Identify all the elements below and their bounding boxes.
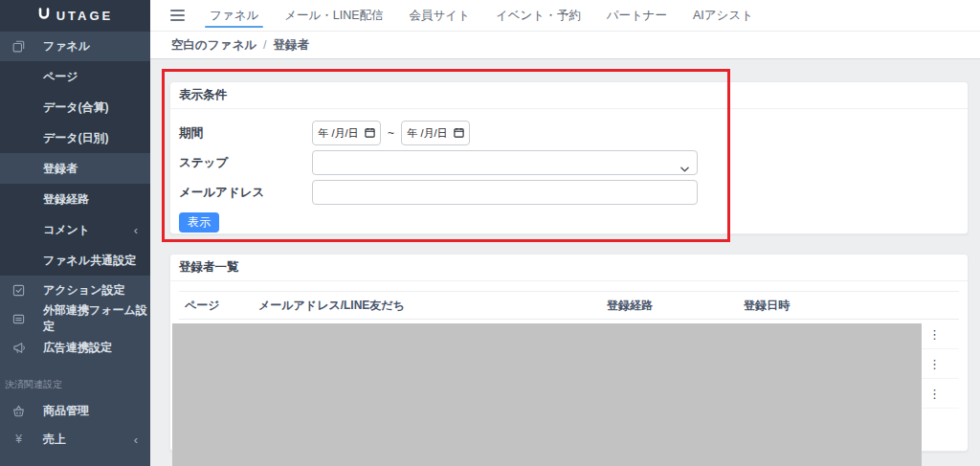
show-button[interactable]: 表示 — [179, 212, 219, 233]
tab-mail-line[interactable]: メール・LINE配信 — [284, 0, 383, 32]
sidebar-item-label: ページ — [43, 69, 78, 85]
sidebar-item-action-settings[interactable]: アクション設定 — [0, 276, 150, 304]
tab-event-booking[interactable]: イベント・予約 — [496, 0, 581, 32]
sidebar-item-sales[interactable]: ¥ 売上 ‹ — [0, 425, 150, 454]
calendar-icon[interactable] — [454, 127, 464, 140]
breadcrumb-parent[interactable]: 空白のファネル — [171, 37, 256, 54]
date-placeholder: 年 /月/日 — [318, 126, 358, 141]
sidebar-item-ad-integration-settings[interactable]: 広告連携設定 — [0, 333, 150, 362]
sidebar-item-label: データ(合算) — [43, 100, 109, 116]
table-header-row: ページ メールアドレス/LINE友だち 登録経路 登録日時 — [179, 291, 959, 320]
megaphone-icon — [11, 342, 27, 354]
email-label: メールアドレス — [179, 185, 312, 201]
tab-ai-assist[interactable]: AIアシスト — [693, 0, 753, 32]
top-tabs: ファネル メール・LINE配信 会員サイト イベント・予約 パートナー AIアシ… — [210, 0, 753, 32]
sidebar-item-label: 外部連携フォーム設定 — [43, 302, 150, 335]
basket-icon — [11, 405, 27, 417]
email-row: メールアドレス — [179, 180, 959, 205]
registrants-card-title: 登録者一覧 — [170, 255, 968, 281]
yen-icon: ¥ — [11, 433, 27, 446]
end-date-input[interactable]: 年 /月/日 — [401, 121, 470, 145]
pages-icon — [11, 40, 27, 53]
sidebar-item-label: ファネル — [43, 38, 90, 55]
utage-logo-icon — [37, 8, 51, 25]
breadcrumb-separator: / — [263, 38, 266, 52]
kebab-menu-icon[interactable]: ⋮ — [924, 386, 946, 402]
step-row: ステップ — [179, 150, 959, 175]
tab-partner[interactable]: パートナー — [607, 0, 667, 32]
chevron-left-icon: ‹ — [134, 223, 138, 237]
date-range-separator: ~ — [388, 126, 394, 140]
chevron-left-icon: ‹ — [134, 433, 138, 447]
column-header-page: ページ — [179, 298, 258, 314]
sidebar-item-label: 商品管理 — [43, 403, 89, 419]
sidebar-item-label: データ(日別) — [43, 130, 109, 146]
brand-name: UTAGE — [56, 9, 114, 23]
checkbox-icon — [11, 284, 27, 297]
breadcrumb-current: 登録者 — [273, 37, 309, 54]
brand-logo[interactable]: UTAGE — [0, 0, 150, 32]
sidebar-item-registration-route[interactable]: 登録経路 — [0, 184, 150, 214]
date-placeholder: 年 /月/日 — [407, 126, 447, 141]
sidebar-item-label: 広告連携設定 — [43, 340, 112, 356]
sidebar-item-label: 登録経路 — [43, 191, 89, 208]
period-label: 期間 — [179, 125, 312, 142]
column-header-registration-datetime: 登録日時 — [744, 298, 916, 314]
tab-funnel[interactable]: ファネル — [210, 0, 258, 32]
sidebar-item-label: ファネル共通設定 — [43, 253, 136, 269]
sidebar-item-external-form-settings[interactable]: 外部連携フォーム設定 — [0, 304, 150, 333]
form-icon — [11, 313, 27, 325]
chevron-down-icon — [680, 159, 689, 176]
sidebar-section-payment-settings: 決済関連設定 — [0, 362, 150, 396]
sidebar-item-label: 売上 — [43, 432, 66, 448]
kebab-menu-icon[interactable]: ⋮ — [924, 356, 946, 372]
filter-card-title: 表示条件 — [170, 82, 968, 109]
sidebar-item-label: 登録者 — [43, 161, 78, 177]
start-date-input[interactable]: 年 /月/日 — [312, 121, 381, 145]
sidebar: UTAGE ファネル ページ データ(合算) データ(日別) 登録者 登録経路 … — [0, 0, 150, 466]
top-navigation: ファネル メール・LINE配信 会員サイト イベント・予約 パートナー AIアシ… — [150, 0, 980, 32]
sidebar-submenu: ページ データ(合算) データ(日別) 登録者 登録経路 コメント ‹ ファネル… — [0, 61, 150, 276]
sidebar-item-data-daily[interactable]: データ(日別) — [0, 122, 150, 153]
sidebar-item-pages[interactable]: ページ — [0, 61, 150, 92]
calendar-icon[interactable] — [365, 127, 375, 140]
column-header-email-line: メールアドレス/LINE友だち — [258, 298, 607, 314]
sidebar-item-funnel[interactable]: ファネル — [0, 32, 150, 61]
step-label: ステップ — [179, 155, 312, 171]
sidebar-item-funnel-common-settings[interactable]: ファネル共通設定 — [0, 245, 150, 276]
breadcrumb: 空白のファネル / 登録者 — [150, 32, 980, 59]
email-input[interactable] — [312, 180, 698, 205]
period-row: 期間 年 /月/日 ~ 年 /月/日 — [179, 121, 959, 145]
hamburger-icon[interactable] — [170, 10, 185, 21]
kebab-menu-icon[interactable]: ⋮ — [924, 326, 946, 343]
filter-card: 表示条件 期間 年 /月/日 ~ 年 /月/日 — [169, 81, 969, 234]
tab-member-site[interactable]: 会員サイト — [410, 0, 470, 32]
redacted-area — [172, 323, 922, 466]
sidebar-lower-section: アクション設定 外部連携フォーム設定 広告連携設定 決済関連設定 — [0, 276, 150, 466]
step-select[interactable] — [312, 150, 698, 175]
sidebar-item-product-management[interactable]: 商品管理 — [0, 396, 150, 425]
sidebar-item-data-total[interactable]: データ(合算) — [0, 92, 150, 122]
column-header-registration-route: 登録経路 — [607, 298, 744, 314]
sidebar-item-comments[interactable]: コメント ‹ — [0, 214, 150, 245]
sidebar-item-label: アクション設定 — [43, 282, 124, 299]
sidebar-item-label: コメント — [43, 222, 90, 238]
sidebar-item-registrants[interactable]: 登録者 — [0, 153, 150, 184]
